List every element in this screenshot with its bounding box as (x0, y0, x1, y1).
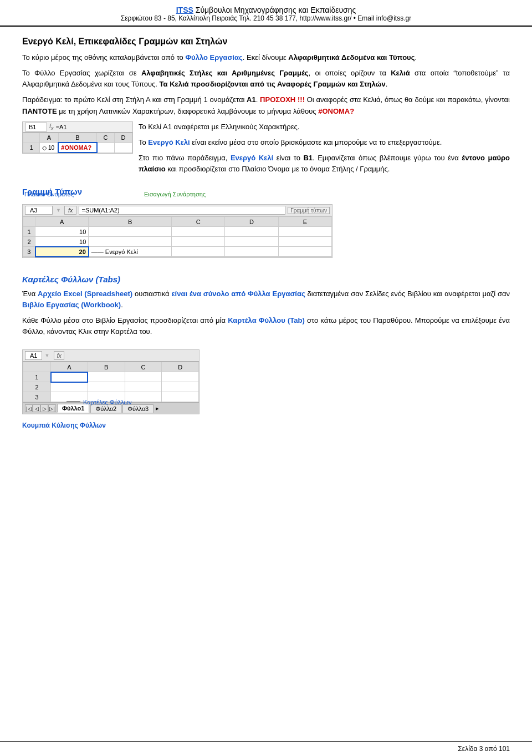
sheet-nav-last[interactable]: ▷| (48, 404, 56, 412)
para1-bold2: Αλφαριθμητικά Δεδομένα και Τύπους (288, 53, 415, 62)
plaision-onoma-label: Πλαίσιο Ονόματος (24, 191, 74, 197)
para2-end: . (386, 80, 388, 88)
para3-end: . (256, 95, 260, 104)
cell-C2-2 (172, 237, 225, 247)
cell-E2-2 (278, 237, 331, 247)
formula-val-1: =A1 (56, 124, 67, 130)
section3-title-text: Καρτέλες Φύλλων (Tabs) (22, 275, 120, 284)
para1-end: . Εκεί δίνουμε (243, 53, 289, 62)
section1-title: Ενεργό Κελί, Επικεφαλίδες Γραμμών και Στ… (22, 37, 510, 47)
cell-C3-2 (172, 247, 225, 257)
para3-warn-end: Οι αναφορές στα Κελιά, όπως θα δούμε και… (305, 95, 510, 104)
tab-cell-D3 (162, 392, 199, 402)
dd-arrow-tabs: ▼ (44, 353, 49, 358)
para2-bold3: Τα Κελιά προσδιορίζονται από τις Αναφορέ… (160, 80, 386, 88)
para2-mid: , οι οποίες ορίζουν τα (309, 69, 391, 77)
s3p2-text: Κάθε Φύλλο μέσα στο Βιβλίο Εργασίας προσ… (22, 316, 228, 324)
formula-bar-1: B1 fx =A1 (23, 122, 132, 133)
para3-bold2: ΠΑΝΤΟΤΕ (22, 107, 57, 115)
cell-B2-2 (89, 237, 172, 247)
sheet-nav-first[interactable]: |◁ (25, 404, 33, 412)
empty-corner (23, 362, 51, 372)
excel-toolbar: A3 ▼ fx =SUM(A1:A2) Γραμμή τύπων (23, 205, 332, 216)
col-D2: D (225, 217, 278, 227)
cell-B1-2 (89, 227, 172, 237)
col-D: D (115, 133, 132, 143)
row-num-1: 1 (23, 143, 40, 153)
para3-err: #ΟΝΟΜΑ? (318, 107, 354, 115)
rt3-pre: Στο πιο πάνω παράδειγμα, (139, 154, 231, 162)
para2-start: Το Φύλλο Εργασίας χωρίζεται σε (22, 69, 141, 77)
s3p1-bold4: Βιβλίο (22, 301, 44, 309)
cell-D3-2 (225, 247, 278, 257)
s3p1-mid: ουσιαστικά (132, 290, 171, 298)
col-header-row-tabs: A B C D (23, 362, 199, 372)
tab-cell-A2 (51, 382, 88, 392)
koumpia-label: Κουμπιά Κύλισης Φύλλων (22, 422, 106, 429)
tab-col-B: B (88, 362, 125, 372)
excel-small-1: B1 fx =A1 A B C D (22, 121, 133, 154)
section3-para2: Κάθε Φύλλο μέσα στο Βιβλίο Εργασίας προσ… (22, 315, 510, 337)
energo-label: Ενεργό Κελί (105, 248, 138, 255)
s3p1-end: . (121, 301, 123, 309)
cell-D2-2 (225, 237, 278, 247)
row-1: 1 (23, 227, 35, 237)
row-3: 3 (23, 247, 35, 257)
col-header-empty (23, 217, 35, 227)
s3p1-mid2: διατεταγμένα σαν Σελίδες ενός Βιβλίου κα… (305, 290, 510, 298)
s3p1-pre: Ένα (22, 290, 38, 298)
cell-ref-1: B1 (25, 123, 47, 131)
cell-C1 (97, 143, 115, 153)
tab-row-3: 3 (23, 392, 51, 402)
col-C: C (97, 133, 115, 143)
col-header-row: A B C D E (23, 217, 332, 227)
excel1-right-text: Το Κελί Α1 αναφέρεται με Ελληνικούς Χαρα… (139, 121, 510, 180)
cell-B3-2: —— Ενεργό Κελί (89, 247, 172, 257)
tab-col-D: D (162, 362, 199, 372)
cell-C1-2 (172, 227, 225, 237)
sheet-tab-add[interactable]: ▸ (156, 405, 159, 412)
koumpia-label-wrapper: Κουμπιά Κύλισης Φύλλων (22, 421, 510, 429)
tabs-toolbar: A1 ▼ fx (23, 350, 199, 362)
rt3-end: . Εμφανίζεται όπως βλέπουμε γύρω του ένα (313, 154, 462, 162)
sheet-nav-prev[interactable]: ◁ (33, 404, 40, 412)
para3-text: Παράδειγμα: το πρώτο Κελί στη Στήλη Α κα… (22, 95, 247, 104)
tab-row-1: 1 (23, 372, 51, 382)
grammi-tupwn-label: Γραμμή τύπων (288, 207, 330, 214)
cell-A3-active: 20 (35, 247, 89, 257)
header-line2: Σερφιώτου 83 - 85, Καλλίπολη Πειραιάς Τη… (11, 14, 521, 22)
table-row: 3 20 —— Ενεργό Κελί (23, 247, 332, 257)
row-header-top (23, 133, 40, 143)
section3-title: Καρτέλες Φύλλων (Tabs) (22, 275, 510, 284)
excel-formula-wrapper: Πλαίσιο Ονόματος Εισαγωγή Συνάρτησης A3 … (22, 201, 332, 261)
rt3-mid: είναι το (273, 154, 303, 162)
cell-E1-2 (278, 227, 331, 237)
rt2-pre: Το (139, 138, 148, 146)
para3-warn: ΠΡΟΣΟΧΗ !!! (260, 95, 305, 104)
excel-table-1: A B C D 1 ◇ 10 (23, 133, 132, 154)
brand-itss: ITSS (176, 6, 193, 14)
cell-A1-2: 10 (35, 227, 89, 237)
para2-bold2: Κελιά (391, 69, 410, 77)
section3-para1: Ένα Αρχείο Excel (Spreadsheet) ουσιαστικ… (22, 288, 510, 311)
col-C2: C (172, 217, 225, 227)
rt2-bold: Ενεργό Κελί (148, 138, 190, 146)
cell-A2-2: 10 (35, 237, 89, 247)
formula-input: =SUM(A1:A2) (79, 206, 285, 215)
s3p1-bold2: είναι ένα σύνολο από Φύλλα (171, 290, 270, 298)
para1-text: Το κύριο μέρος της οθόνης καταλαμβάνεται… (22, 53, 185, 62)
fx-label-1: fx (49, 123, 54, 131)
table-row: 1 ◇ 10 #ΟΝΟΜΑ? (23, 143, 132, 153)
fx-tabs: fx (54, 351, 64, 360)
right-text-1: Το Κελί Α1 αναφέρεται με Ελληνικούς Χαρα… (139, 121, 510, 133)
cell-B1-active: #ΟΝΟΜΑ? (58, 143, 96, 153)
col-E2: E (278, 217, 331, 227)
tab-row-2: 2 (23, 382, 51, 392)
right-text-2: Το Ενεργό Κελί είναι εκείνο μέσα στο οπο… (139, 137, 510, 148)
sheet-nav-next[interactable]: ▷ (40, 404, 48, 412)
rt2-mid: είναι εκείνο μέσα στο οποίο βρισκόμαστε … (190, 138, 442, 146)
cell-ref-tabs: A1 (25, 351, 42, 360)
table-row: 2 (23, 382, 199, 392)
para3-mid: με τη χρήση Λατινικών Χαρακτήρων, διαφορ… (57, 107, 319, 115)
fx-button: fx (64, 206, 77, 215)
